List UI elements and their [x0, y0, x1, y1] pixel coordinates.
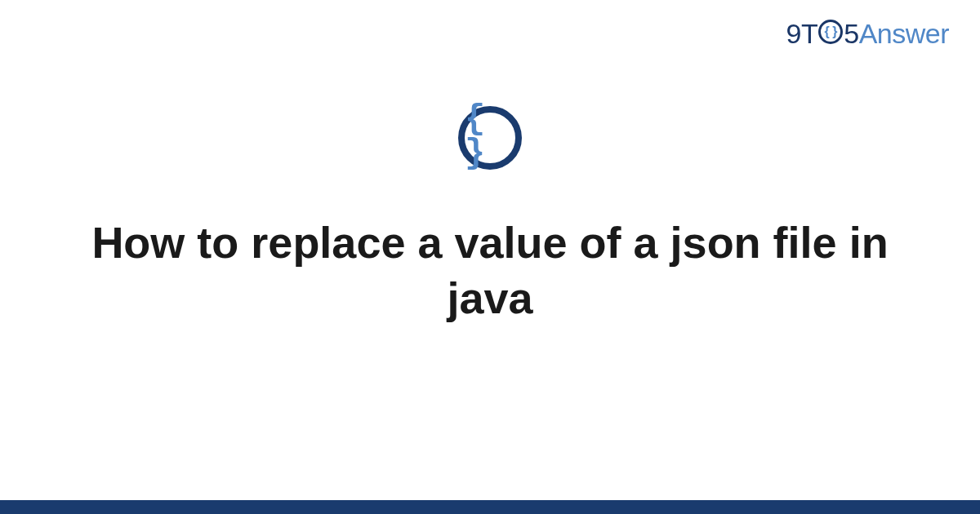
main-content: { } How to replace a value of a json fil…	[0, 106, 980, 326]
json-braces-icon: { }	[458, 106, 522, 170]
logo-clock-icon: { }	[818, 20, 843, 44]
brand-logo: 9T { } 5 Answer	[786, 18, 949, 50]
json-braces-glyph: { }	[465, 102, 515, 171]
logo-text-5: 5	[844, 18, 858, 50]
footer-accent-bar	[0, 500, 980, 514]
logo-clock-glyph: { }	[825, 25, 837, 38]
page-title: How to replace a value of a json file in…	[74, 215, 906, 326]
logo-text-9t: 9T	[786, 18, 818, 50]
logo-text-answer: Answer	[859, 18, 949, 50]
